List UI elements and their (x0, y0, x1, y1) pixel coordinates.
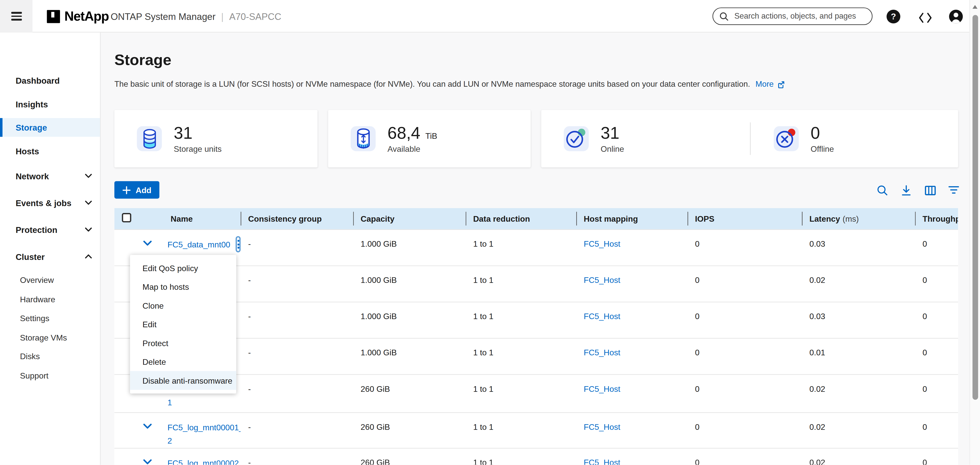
row-expand-chevron-icon[interactable] (143, 241, 152, 246)
netapp-logo: NetApp (47, 0, 109, 32)
search-input[interactable] (733, 11, 865, 21)
sidebar-subitem-label: Overview (20, 275, 54, 285)
global-search[interactable] (713, 7, 873, 25)
select-all-checkbox[interactable] (122, 213, 131, 222)
storage-unit-link[interactable]: 1 (167, 397, 172, 408)
user-avatar-icon[interactable] (949, 10, 963, 24)
stat-online: 31Online (541, 124, 750, 153)
cell-data-reduction: 1 to 1 (466, 448, 576, 465)
sidebar-subitem-overview[interactable]: Overview (0, 271, 100, 289)
menu-toggle-button[interactable] (0, 0, 32, 32)
sidebar-subitem-label: Storage VMs (20, 333, 67, 342)
svg-text:?: ? (891, 12, 896, 21)
table-search-icon[interactable] (877, 185, 888, 196)
sidebar-item-events-jobs[interactable]: Events & jobs (0, 194, 100, 212)
column-header-host-mapping[interactable]: Host mapping (576, 208, 687, 229)
filter-icon[interactable] (948, 185, 959, 196)
menu-item-edit[interactable]: Edit (130, 315, 236, 333)
sidebar-item-dashboard[interactable]: Dashboard (0, 71, 100, 90)
stat-value: 31 (174, 124, 192, 141)
host-mapping-link[interactable]: FC5_Host (584, 239, 620, 249)
sidebar-item-hosts[interactable]: Hosts (0, 142, 100, 160)
host-mapping-link[interactable]: FC5_Host (584, 384, 620, 394)
column-header-latency-ms[interactable]: Latency(ms) (802, 208, 915, 229)
host-mapping-link[interactable]: FC5_Host (584, 458, 620, 465)
sidebar-subitem-hardware[interactable]: Hardware (0, 290, 100, 308)
scroll-thumb[interactable] (972, 15, 978, 400)
cell-consistency-group: - (241, 302, 353, 338)
chevron-down-icon (85, 200, 92, 205)
column-header-capacity[interactable]: Capacity (353, 208, 466, 229)
storage-unit-link[interactable]: 2 (167, 435, 172, 446)
menu-item-protect[interactable]: Protect (130, 334, 236, 352)
cell-consistency-group: - (241, 338, 353, 374)
host-mapping-link[interactable]: FC5_Host (584, 348, 620, 357)
stat-storage-units: 31Storage units (115, 124, 221, 153)
row-expand-chevron-icon[interactable] (143, 459, 152, 465)
menu-item-edit-qos-policy[interactable]: Edit QoS policy (130, 259, 236, 277)
cell-iops: 0 (687, 230, 802, 265)
column-header-name[interactable]: Name (115, 208, 241, 229)
cell-host-mapping: FC5_Host (576, 413, 687, 448)
scroll-up-arrow[interactable] (973, 5, 978, 9)
search-icon (719, 11, 729, 21)
sidebar-item-insights[interactable]: Insights (0, 95, 100, 114)
menu-item-disable-anti-ransomware[interactable]: Disable anti-ransomware (130, 371, 236, 390)
column-header-label: Name (171, 214, 193, 224)
app-header: NetApp ONTAP System Manager | A70-SAPCC … (0, 0, 980, 32)
host-mapping-link[interactable]: FC5_Host (584, 276, 620, 285)
row-actions-kebab-button[interactable] (236, 236, 240, 252)
sidebar-subitem-label: Hardware (20, 295, 55, 304)
table-row: -1.000 GiB1 to 1FC5_Host00.010 (115, 338, 958, 374)
column-header-consistency-group[interactable]: Consistency group (241, 208, 353, 229)
sidebar-subitem-storage-vms[interactable]: Storage VMs (0, 329, 100, 346)
more-link[interactable]: More (756, 79, 785, 89)
column-header-suffix: (ms) (843, 214, 859, 224)
storage-unit-link[interactable]: FC5_log_mnt00002 (167, 458, 239, 465)
table-body: FC5_data_mnt00-1.000 GiB1 to 1FC5_Host00… (115, 229, 958, 465)
column-header-data-reduction[interactable]: Data reduction (466, 208, 576, 229)
stat-label: Offline (811, 144, 834, 153)
download-icon[interactable] (900, 185, 912, 196)
sidebar-item-cluster[interactable]: Cluster (0, 248, 100, 266)
sidebar-item-protection[interactable]: Protection (0, 221, 100, 239)
cell-iops: 0 (687, 413, 802, 448)
help-icon[interactable]: ? (886, 10, 900, 24)
sidebar-item-label: Protection (16, 225, 57, 235)
sidebar-subitem-support[interactable]: Support (0, 367, 100, 384)
sidebar-subitem-disks[interactable]: Disks (0, 348, 100, 365)
column-header-iops[interactable]: IOPS (687, 208, 802, 229)
cell-consistency-group: - (241, 230, 353, 265)
menu-item-map-to-hosts[interactable]: Map to hosts (130, 277, 236, 296)
column-header-label: IOPS (695, 214, 714, 224)
add-button[interactable]: Add (115, 181, 159, 199)
code-icon[interactable] (918, 11, 932, 25)
app: NetApp ONTAP System Manager | A70-SAPCC … (0, 0, 980, 465)
host-mapping-link[interactable]: FC5_Host (584, 422, 620, 432)
host-mapping-link[interactable]: FC5_Host (584, 312, 620, 321)
active-indicator-bar (0, 118, 3, 137)
sidebar-item-network[interactable]: Network (0, 167, 100, 186)
cell-data-reduction: 1 to 1 (466, 413, 576, 448)
sidebar-item-storage[interactable]: Storage (0, 118, 100, 137)
sidebar-item-label: Dashboard (16, 76, 60, 86)
cell-latency: 0.01 (802, 338, 915, 374)
scrollbar[interactable] (969, 0, 980, 465)
menu-item-delete[interactable]: Delete (130, 352, 236, 371)
sidebar-subitem-settings[interactable]: Settings (0, 309, 100, 327)
columns-icon[interactable] (924, 185, 935, 196)
storage-unit-link[interactable]: FC5_data_mnt00 (167, 239, 230, 250)
cell-throughput: 0 (915, 230, 958, 265)
stat-value-line: 68,4TiB (387, 124, 437, 141)
sidebar-item-label: Storage (16, 123, 47, 132)
name-line-2: 2 (167, 435, 241, 446)
row-expand-chevron-icon[interactable] (143, 424, 152, 429)
chevron-up-icon (85, 254, 92, 259)
menu-item-clone[interactable]: Clone (130, 296, 236, 315)
storage-unit-link[interactable]: FC5_log_mnt00001_ (167, 422, 241, 433)
cell-host-mapping: FC5_Host (576, 448, 687, 465)
column-header-throughpu[interactable]: Throughpu (915, 208, 958, 229)
cell-throughput: 0 (915, 375, 958, 412)
plus-icon (123, 186, 130, 194)
sidebar-item-label: Cluster (16, 252, 45, 262)
